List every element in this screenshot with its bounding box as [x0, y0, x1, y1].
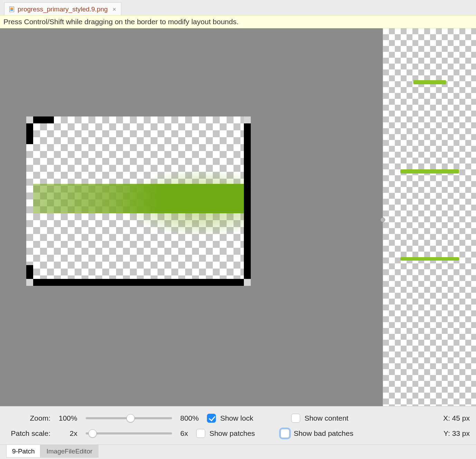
- patch-min-label: 2x: [59, 429, 77, 438]
- hint-bar: Press Control/Shift while dragging on th…: [0, 15, 476, 28]
- show-bad-patches-label: Show bad patches: [294, 429, 353, 438]
- show-patches-checkbox[interactable]: [196, 429, 205, 438]
- svg-rect-2: [10, 10, 13, 11]
- zoom-slider[interactable]: [86, 417, 172, 419]
- canvas-corner: [26, 116, 33, 123]
- zoom-min-label: 100%: [59, 414, 77, 422]
- show-content-label: Show content: [304, 414, 348, 422]
- tab-image-file-editor[interactable]: ImageFileEditor: [40, 445, 98, 458]
- progress-bar-graphic: [33, 184, 244, 213]
- preview-sample: [400, 257, 459, 261]
- editor-mode-tabs: 9-Patch ImageFileEditor: [0, 444, 476, 459]
- editor-area: [0, 28, 476, 406]
- image-file-icon: [9, 6, 15, 12]
- patch-marker-bottom[interactable]: [33, 279, 244, 286]
- zoom-label: Zoom:: [6, 414, 50, 422]
- show-patches-label: Show patches: [209, 429, 255, 438]
- canvas-pane[interactable]: [0, 28, 383, 406]
- show-bad-patches-checkbox[interactable]: [280, 429, 289, 438]
- show-lock-checkbox[interactable]: [207, 414, 216, 423]
- coord-y: Y: 33 px: [444, 429, 470, 438]
- controls-bar: Zoom: 100% 800% Show lock Show content X…: [0, 406, 476, 444]
- preview-sample: [400, 169, 459, 174]
- zoom-max-label: 800%: [180, 414, 199, 422]
- canvas-corner: [244, 116, 251, 123]
- close-icon[interactable]: ×: [113, 6, 116, 13]
- patch-marker-left[interactable]: [26, 123, 33, 144]
- preview-pane: [383, 28, 476, 406]
- canvas-corner: [244, 279, 251, 286]
- zoom-slider-thumb[interactable]: [126, 414, 135, 422]
- patch-marker-left-bottom[interactable]: [26, 265, 33, 279]
- patch-scale-slider-thumb[interactable]: [88, 429, 97, 438]
- tab-9-patch[interactable]: 9-Patch: [6, 445, 40, 458]
- patch-max-label: 6x: [180, 429, 188, 438]
- splitter-handle[interactable]: [380, 217, 385, 222]
- coord-x: X: 45 px: [443, 414, 470, 422]
- patch-scale-slider[interactable]: [86, 432, 172, 434]
- show-lock-label: Show lock: [220, 414, 253, 422]
- show-content-checkbox[interactable]: [291, 414, 300, 423]
- file-tab-strip: progress_primary_styled.9.png ×: [0, 0, 476, 15]
- canvas-corner: [26, 279, 33, 286]
- file-tab-label: progress_primary_styled.9.png: [18, 6, 108, 13]
- svg-rect-1: [10, 8, 13, 10]
- patch-marker-top[interactable]: [33, 116, 54, 123]
- nine-patch-canvas[interactable]: [26, 116, 251, 286]
- patch-marker-right[interactable]: [244, 123, 251, 279]
- file-tab[interactable]: progress_primary_styled.9.png ×: [4, 2, 121, 15]
- preview-sample: [413, 80, 446, 84]
- patch-scale-label: Patch scale:: [6, 429, 50, 438]
